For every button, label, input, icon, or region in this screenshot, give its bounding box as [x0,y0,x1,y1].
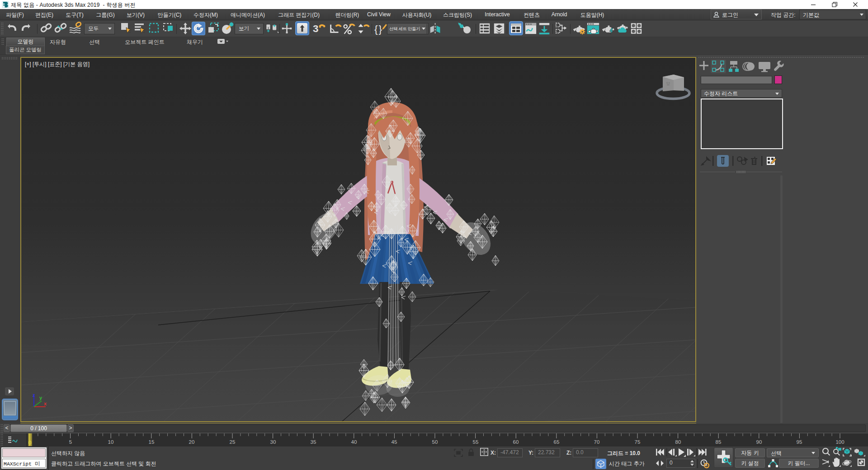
svg-text:25: 25 [230,439,236,445]
svg-text:70: 70 [594,439,600,445]
svg-text:30: 30 [270,439,276,445]
svg-text:65: 65 [554,439,560,445]
svg-text:80: 80 [675,439,681,445]
svg-text:75: 75 [635,439,641,445]
svg-text:40: 40 [351,439,357,445]
svg-text:50: 50 [432,439,438,445]
svg-text:95: 95 [797,439,802,445]
svg-text:90: 90 [756,439,762,445]
svg-text:35: 35 [311,439,316,445]
svg-text:z: z [33,392,35,398]
svg-text:45: 45 [392,439,397,445]
svg-text:0: 0 [28,440,32,446]
svg-text:100: 100 [835,439,844,445]
svg-text:15: 15 [149,439,155,445]
svg-text:{: { [374,23,378,35]
svg-text:10: 10 [108,439,114,445]
svg-text:y: y [39,395,42,400]
svg-text:x: x [44,401,47,406]
svg-text:앞: 앞 [666,81,670,86]
svg-text:20: 20 [189,439,195,445]
svg-text:85: 85 [716,439,722,445]
svg-text:55: 55 [473,439,479,445]
svg-text:60: 60 [513,439,519,445]
svg-text:}: } [379,23,382,35]
svg-text:3: 3 [313,23,319,34]
svg-text:5: 5 [69,439,72,445]
